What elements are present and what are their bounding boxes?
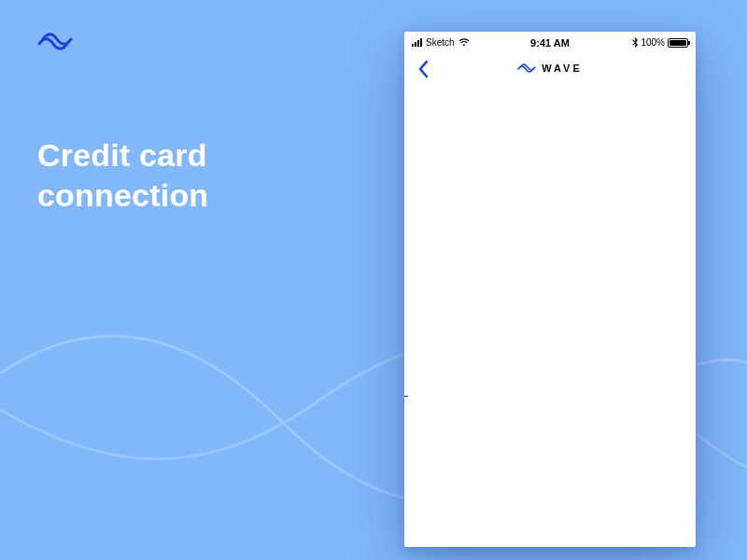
slide-headline: Credit card connection — [37, 135, 208, 215]
status-time: 9:41 AM — [404, 37, 696, 49]
brand-label: WAVE — [542, 63, 583, 74]
wave-logo-icon — [37, 33, 78, 55]
back-button[interactable] — [410, 56, 436, 82]
nav-bar: WAVE — [404, 50, 696, 86]
wave-logo-icon — [517, 63, 536, 73]
phone-mockup: Sketch 9:41 AM 100% — [404, 32, 696, 547]
battery-icon — [668, 38, 688, 48]
status-bar: Sketch 9:41 AM 100% — [404, 32, 696, 50]
headline-line-1: Credit card — [37, 135, 208, 175]
app-brand: WAVE — [517, 63, 583, 74]
headline-line-2: connection — [37, 175, 208, 216]
edge-tick-mark — [404, 396, 408, 397]
chevron-left-icon — [417, 60, 429, 78]
presentation-canvas: Credit card connection Sketch 9:41 AM — [0, 0, 747, 560]
